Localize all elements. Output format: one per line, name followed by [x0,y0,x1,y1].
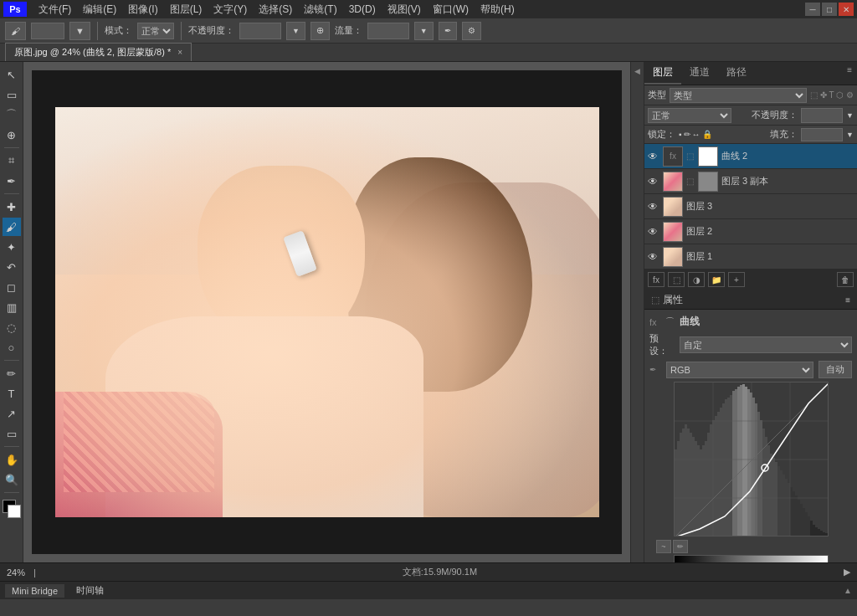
eraser-tool[interactable]: ◻ [3,278,21,296]
opacity-value-input[interactable]: 100% [801,108,843,123]
tablet-pressure-button[interactable]: ✒ [439,22,457,40]
move-tool[interactable]: ↖ [3,65,21,84]
brush-tool-icon[interactable]: 🖌 [5,22,26,40]
blend-mode-layer-select[interactable]: 正常 [648,108,731,123]
healing-tool[interactable]: ✚ [3,198,21,216]
lock-all-icon[interactable]: 🔒 [702,130,712,139]
clone-stamp-tool[interactable]: ✦ [3,238,21,256]
add-adjustment-button[interactable]: ◑ [688,272,705,287]
lock-position-icon[interactable]: ↔ [692,130,700,139]
curve-smooth-button[interactable]: ~ [656,540,671,553]
filter-type-select[interactable]: 类型 [670,88,807,103]
svg-rect-44 [785,479,788,536]
canvas-area[interactable] [23,62,630,562]
collapse-panel-button[interactable]: ◀ [632,65,644,77]
layer-eye-icon[interactable]: 👁 [648,201,659,213]
layer-eye-icon[interactable]: 👁 [648,176,659,187]
panel-menu-button[interactable]: ≡ [842,62,857,85]
menu-text[interactable]: 文字(Y) [208,1,252,18]
quick-select-tool[interactable]: ⊕ [3,126,21,144]
lock-transparent-icon[interactable]: ▪ [679,130,682,139]
dodge-tool[interactable]: ○ [3,338,21,357]
flow-dropdown-button[interactable]: ▼ [414,22,434,40]
path-select-tool[interactable]: ↗ [3,404,21,423]
extra-settings-button[interactable]: ⚙ [462,22,481,40]
curves-graph[interactable] [674,382,829,536]
hand-tool[interactable]: ✋ [3,450,21,469]
tab-channels[interactable]: 通道 [681,62,718,85]
menu-window[interactable]: 窗口(W) [428,1,474,18]
menu-filter[interactable]: 滤镜(T) [299,1,341,18]
layer-eye-icon[interactable]: 👁 [648,226,659,238]
preset-select[interactable]: 自定 [680,336,852,353]
shape-tool[interactable]: ▭ [3,424,21,443]
layer-row-layer3[interactable]: 👁 图层 3 [644,194,857,219]
collapse-bottom-button[interactable]: ▲ [844,586,852,595]
airbrush-toggle[interactable]: ⊕ [310,22,330,40]
mini-bridge-tab[interactable]: Mini Bridge [5,584,64,598]
add-layer-button[interactable]: + [728,272,745,287]
marquee-tool[interactable]: ▭ [3,85,21,104]
menu-select[interactable]: 选择(S) [254,1,297,18]
layer-name[interactable]: 图层 2 [686,225,854,238]
pen-tool[interactable]: ✏ [3,364,21,382]
add-layer-style-button[interactable]: fx [648,272,665,287]
brush-size-input[interactable]: 800 [31,23,64,39]
add-group-button[interactable]: 📁 [708,272,725,287]
zoom-tool[interactable]: 🔍 [3,470,21,489]
brush-preset-button[interactable]: ▼ [69,22,90,40]
tab-layers[interactable]: 图层 [644,62,681,85]
curve-pencil-button[interactable]: ✏ [673,540,688,553]
gradient-tool[interactable]: ▥ [3,298,21,316]
crop-tool[interactable]: ⌗ [3,151,21,170]
text-tool[interactable]: T [3,384,21,403]
blur-tool[interactable]: ◌ [3,318,21,336]
layer-row-layer3copy[interactable]: 👁 ⬚ 图层 3 副本 [644,169,857,194]
tab-paths[interactable]: 路径 [718,62,755,85]
channel-select[interactable]: RGB [666,362,813,378]
add-mask-button[interactable]: ⬚ [668,272,685,287]
auto-button[interactable]: 自动 [819,361,852,378]
layer-name[interactable]: 图层 1 [686,250,854,263]
lock-paint-icon[interactable]: ✏ [684,130,690,139]
opacity-dropdown[interactable]: ▼ [846,111,854,120]
menu-view[interactable]: 视图(V) [382,1,426,18]
layer-row-curves2[interactable]: 👁 fx ⬚ 曲线 2 [644,144,857,169]
layer-row-layer2[interactable]: 👁 图层 2 [644,219,857,244]
layer-eye-icon[interactable]: 👁 [648,151,659,162]
opacity-dropdown-button[interactable]: ▼ [286,22,305,40]
layer-name[interactable]: 图层 3 [686,200,854,213]
fill-dropdown[interactable]: ▼ [846,131,854,139]
background-color[interactable] [8,505,21,518]
close-button[interactable]: ✕ [839,3,854,16]
brush-tool[interactable]: 🖌 [3,218,21,236]
menu-image[interactable]: 图像(I) [123,1,162,18]
menu-3d[interactable]: 3D(D) [344,2,381,17]
eyedropper-tool[interactable]: ✒ [3,172,21,190]
layer-name[interactable]: 曲线 2 [721,150,854,162]
props-menu-button[interactable]: ≡ [845,295,850,305]
document-tab[interactable]: 原图.jpg @ 24% (曲线 2, 图层蒙版/8) * × [5,43,192,61]
layer-name[interactable]: 图层 3 副本 [721,175,854,187]
lasso-tool[interactable]: ⌒ [3,105,21,124]
layer-eye-icon[interactable]: 👁 [648,251,659,263]
menu-help[interactable]: 帮助(H) [475,1,520,18]
svg-rect-45 [788,483,790,536]
tab-close-icon[interactable]: × [177,48,182,57]
layer-row-layer1[interactable]: 👁 图层 1 [644,244,857,270]
svg-rect-49 [798,500,800,536]
timeline-tab[interactable]: 时间轴 [69,583,110,598]
maximize-button[interactable]: □ [822,3,837,16]
minimize-button[interactable]: ─ [805,3,820,16]
blend-mode-select[interactable]: 正常 [137,23,174,39]
history-brush-tool[interactable]: ↶ [3,258,21,276]
color-swatch[interactable] [3,500,21,518]
menu-file[interactable]: 文件(F) [33,1,76,18]
menu-edit[interactable]: 编辑(E) [78,1,121,18]
fill-value-input[interactable]: 100% [801,128,843,141]
delete-layer-button[interactable]: 🗑 [837,272,854,287]
opacity-input[interactable]: 20% [239,23,281,39]
menu-layer[interactable]: 图层(L) [165,1,208,18]
flow-input[interactable]: 100% [367,23,409,39]
status-arrow-button[interactable]: ▶ [844,567,850,578]
